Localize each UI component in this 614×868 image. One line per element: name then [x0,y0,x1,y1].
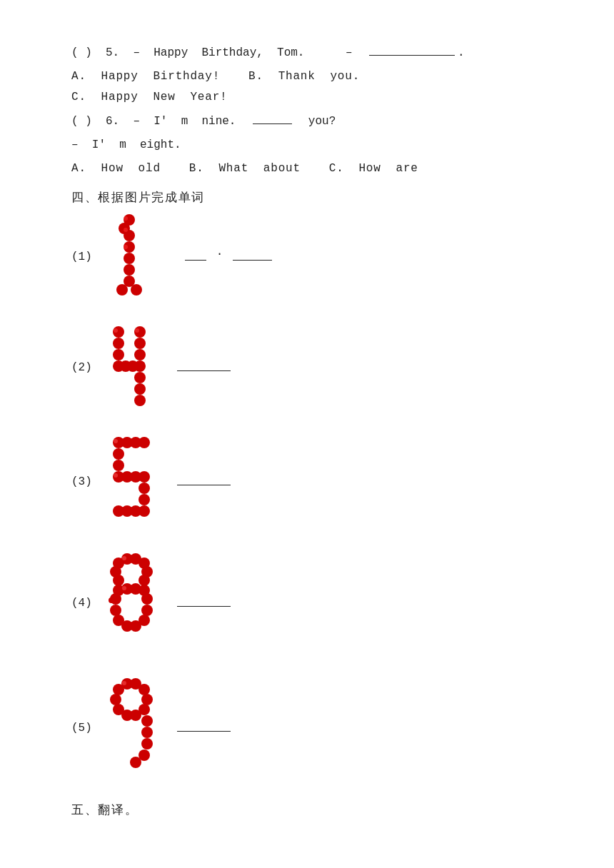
svg-point-64 [130,620,141,632]
svg-point-38 [139,494,150,505]
q6-c-label: C. [329,158,359,179]
svg-point-31 [113,448,124,460]
q6-answer-blank[interactable] [253,111,292,124]
svg-point-24 [134,395,146,406]
question-6-line2: – I' m eight. [71,135,557,156]
svg-point-50 [139,575,150,586]
svg-point-14 [113,349,124,360]
item2-blank-area [174,358,233,371]
q6-a-text: How old [101,158,161,179]
svg-point-66 [122,556,126,560]
section4-item-2: (2) [71,323,557,413]
svg-point-4 [124,253,135,264]
item5-blank[interactable] [177,719,231,732]
item1-blank-second[interactable] [233,248,272,261]
question-5-line: ( ) 5. – Happy Birthday, Tom. – . [71,43,557,64]
svg-point-9 [124,216,128,221]
svg-point-10 [124,228,128,232]
item1-image [104,213,154,302]
section4-title: 四、根据图片完成单词 [71,189,557,206]
q6-text1: ( ) 6. – I' m nine. [71,111,250,132]
q6-c-text: How are [358,158,418,179]
section4-item-5: (5) [71,677,557,780]
q6-you: you? [295,111,336,132]
svg-point-78 [141,715,153,727]
q5-a-label: A. [71,66,101,87]
svg-point-43 [114,439,118,443]
item4-blank[interactable] [177,594,231,607]
item2-label: (2) [71,361,93,374]
svg-point-77 [130,710,141,721]
svg-point-59 [110,605,121,616]
svg-point-67 [122,586,126,590]
item5-blank-area [174,719,233,732]
svg-point-79 [141,727,153,738]
item2-image [104,323,161,413]
q6-option-c: C. How are [329,158,418,179]
item1-blank-first[interactable] [185,248,206,261]
svg-point-83 [122,681,126,685]
svg-point-73 [141,694,153,705]
svg-point-36 [139,471,150,483]
item1-blank-prefix [167,248,181,261]
svg-point-18 [134,360,146,372]
svg-point-82 [130,757,141,768]
svg-point-30 [139,437,150,448]
item1-label: (1) [71,251,93,263]
svg-point-8 [131,284,142,296]
svg-point-7 [116,284,128,296]
svg-point-70 [113,684,124,695]
svg-point-80 [141,738,153,750]
item4-blank-area [174,594,233,607]
q5-c-label: C. [71,87,101,108]
svg-point-52 [113,575,124,586]
item4-label: (4) [71,597,93,610]
item3-blank-area [174,473,233,485]
item3-blank[interactable] [177,473,231,485]
item3-label: (3) [71,475,93,488]
svg-point-23 [134,383,146,395]
svg-point-32 [113,460,124,471]
q5-c-text: Happy New Year! [101,87,228,108]
svg-point-22 [134,372,146,383]
item1-blank-area: · [167,248,275,261]
svg-point-42 [139,505,150,517]
svg-point-71 [139,684,150,695]
item5-image [104,677,161,780]
q6-a-label: A. [71,158,101,179]
section4-items: (1) · [71,213,557,780]
section4-item-3: (3) [71,434,557,530]
item5-label: (5) [71,722,93,735]
q6-option-a: A. How old [71,158,161,179]
svg-point-65 [109,597,114,603]
q6-b-label: B. [189,158,219,179]
section4-item-1: (1) · [71,213,557,302]
q5-text: ( ) 5. – Happy Birthday, Tom. – [71,43,366,64]
q6-option-b: B. What about [189,158,301,179]
svg-point-44 [114,473,118,478]
svg-point-20 [134,338,146,349]
item2-blank[interactable] [177,358,231,371]
q5-option-b: B. Thank you. [248,66,360,87]
q6-response: – I' m eight. [71,135,181,156]
item3-image [104,434,161,530]
q5-period: . [458,43,465,64]
q5-option-a: A. Happy Birthday! [71,66,220,87]
question-6-line1: ( ) 6. – I' m nine. you? [71,111,557,132]
q6-options: A. How old B. What about C. How are [71,158,557,179]
svg-point-11 [124,245,128,249]
section5-title: 五、翻译。 [71,802,557,818]
svg-point-26 [135,328,139,333]
svg-point-5 [124,264,135,276]
section4-item-4: (4) [71,552,557,655]
svg-point-58 [141,593,153,605]
svg-point-25 [114,328,118,333]
q6-b-text: What about [218,158,300,179]
svg-point-37 [139,483,150,494]
q5-b-label: B. [248,66,278,87]
item1-dot: · [209,248,230,261]
q5-option-c: C. Happy New Year! [71,87,227,108]
svg-point-60 [141,605,153,616]
q5-b-text: Thank you. [278,66,360,87]
q5-answer-blank[interactable] [369,43,455,56]
